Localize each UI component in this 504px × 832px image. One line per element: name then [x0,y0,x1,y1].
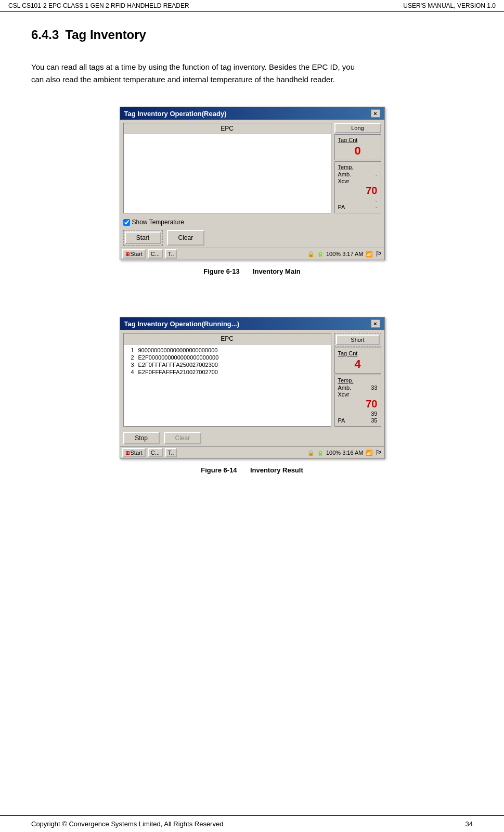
amb-row-result: Amb. 33 [338,385,378,391]
pa-row-result: PA 35 [338,417,378,424]
start-button-wrapper: Start [123,230,163,246]
temp-label-main: Temp. [338,164,378,170]
page-footer: Copyright © Convergence Systems Limited,… [0,815,504,832]
epc-num-4: 4 [127,369,134,375]
start-button-main[interactable]: Start [125,232,161,244]
xcvr-value-result: 70 [338,398,378,410]
clear-button-main[interactable]: Clear [167,230,205,246]
epc-val-4: E2F0FFFAFFFA210027002700 [138,369,218,375]
controls-row-main: Show Temperature [120,216,384,228]
epc-val-3: E2F0FFFAFFFA250027002300 [138,362,218,368]
amb-label-main: Amb. [338,171,352,177]
pa-label-main: PA [338,204,345,210]
lock-icon-result: 🔒 [307,450,315,456]
header-right: USER'S MANUAL, VERSION 1.0 [403,2,496,9]
tag-cnt-label-main: Tag Cnt [338,137,378,143]
dialog-title-main: Tag Inventory Operation(Ready) [124,110,227,118]
page-header: CSL CS101-2 EPC CLASS 1 GEN 2 RFID HANDH… [0,0,504,12]
win-logo-main: ⊞ [125,251,130,257]
taskbar-t-result[interactable]: T.. [165,448,177,457]
stop-button-result[interactable]: Stop [123,432,160,444]
tag-count-section-main: Tag Cnt 0 [334,134,381,160]
section-number: 6.4.3 [31,28,59,42]
epc-val-2: E2F0000000000000000000000 [138,354,219,361]
epc-panel-main: EPC [123,123,331,213]
header-left: CSL CS101-2 EPC CLASS 1 GEN 2 RFID HANDH… [8,2,189,9]
temp-section-main: Temp. Amb. - Xcvr 70 - [334,161,381,213]
tag-cnt-value-result: 4 [338,357,378,371]
battery-icon-result: 🔋 [317,450,324,456]
pa-row-main: PA - [338,204,378,210]
tag-count-section-result: Tag Cnt 4 [334,348,381,374]
page-number: 34 [466,820,473,828]
figure-13-container: Tag Inventory Operation(Ready) × EPC Lon… [31,107,473,275]
epc-row-4: 4 E2F0FFFAFFFA210027002700 [126,368,329,376]
epc-row-3: 3 E2F0FFFAFFFA250027002300 [126,361,329,368]
dialog-titlebar-result: Tag Inventory Operation(Running...) × [120,317,384,330]
main-content: 6.4.3 Tag Inventory You can read all tag… [0,12,504,521]
epc-row-1: 1 9000000000000000000000000 [126,347,329,354]
network-icon-result: 📶 [366,450,373,456]
pa-value-main: - [376,204,378,210]
dialog-inventory-main: Tag Inventory Operation(Ready) × EPC Lon… [120,107,385,260]
tag-cnt-label-result: Tag Cnt [338,350,378,356]
temp-label-result: Temp. [338,377,378,383]
flag-icon-main: 🏳 [375,250,382,258]
xcvr-label-main: Xcvr [338,178,350,184]
amb-value-result: 33 [371,385,377,391]
epc-num-3: 3 [127,362,134,368]
close-button-main[interactable]: × [371,109,380,118]
taskbar-t-main[interactable]: T.. [165,249,177,259]
dialog-titlebar-main: Tag Inventory Operation(Ready) × [120,107,384,120]
epc-content-main [124,134,331,138]
network-icon-main: 📶 [366,251,373,258]
xcvr-value-main: 70 [338,185,378,197]
taskbar-clock-main: 🔒 🔋 100% 3:17 AM 📶 🏳 [307,250,382,258]
format-button-wrapper: Short [334,333,381,347]
battery-icon-main: 🔋 [317,251,324,258]
xcvr-value2-row: 39 [338,411,378,417]
taskbar-start-result[interactable]: ⊞ Start [122,448,146,457]
format-button-main[interactable]: Long [334,123,381,133]
epc-num-2: 2 [127,354,134,361]
buttons-row-result: Stop Clear [120,430,384,446]
epc-row-2: 2 E2F0000000000000000000000 [126,354,329,361]
buttons-row-main: Start Clear [120,228,384,248]
stats-panel-main: Long Tag Cnt 0 Temp. Amb. - Xcvr [334,123,381,213]
show-temp-label-main[interactable]: Show Temperature [123,219,185,226]
epc-panel-result: EPC 1 9000000000000000000000000 2 E2F000… [123,333,331,427]
amb-label-result: Amb. [338,385,352,391]
xcvr-label-result: Xcvr [338,391,350,398]
stats-panel-result: Short Tag Cnt 4 Temp. Amb. 33 Xcvr [334,333,381,427]
dialog-inventory-result: Tag Inventory Operation(Running...) × EP… [120,317,385,459]
temp-section-result: Temp. Amb. 33 Xcvr 70 39 [334,375,381,427]
amb-value-main: - [376,171,378,177]
epc-header-main: EPC [124,123,331,134]
taskbar-c-result[interactable]: C... [148,448,163,457]
xcvr-dash-main: - [376,197,378,203]
dialog-body-main: EPC Long Tag Cnt 0 Temp. Amb. [120,120,384,216]
format-button-result[interactable]: Short [336,335,380,345]
xcvr-dash-row-main: - [338,197,378,203]
win-logo-result: ⊞ [125,450,130,456]
epc-header-result: EPC [124,334,331,344]
lock-icon-main: 🔒 [307,251,315,258]
amb-row-main: Amb. - [338,171,378,177]
copyright: Copyright © Convergence Systems Limited,… [31,820,223,828]
pa-value-result: 35 [371,417,377,424]
epc-val-1: 9000000000000000000000000 [138,347,218,353]
xcvr-row-main: Xcvr [338,178,378,184]
taskbar-clock-result: 🔒 🔋 100% 3:16 AM 📶 🏳 [307,449,382,457]
show-temp-checkbox-main[interactable] [123,219,130,226]
clear-button-result: Clear [164,432,202,444]
dialog-title-result: Tag Inventory Operation(Running...) [124,320,239,328]
taskbar-start-main[interactable]: ⊞ Start [122,249,146,259]
close-button-result[interactable]: × [371,319,380,328]
dialog-body-result: EPC 1 9000000000000000000000000 2 E2F000… [120,330,384,430]
flag-icon-result: 🏳 [375,449,382,457]
pa-label-result: PA [338,417,345,424]
figure-13-caption: Figure 6-13 Inventory Main [203,267,300,275]
taskbar-c-main[interactable]: C... [148,249,163,259]
epc-content-result: 1 9000000000000000000000000 2 E2F0000000… [124,344,331,378]
figure-14-container: Tag Inventory Operation(Running...) × EP… [31,317,473,474]
